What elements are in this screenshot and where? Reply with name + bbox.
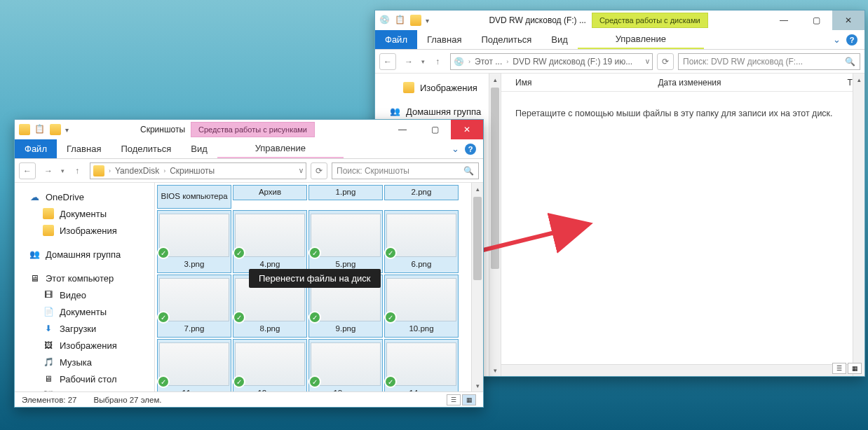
maximize-button[interactable]: ▢: [419, 120, 451, 139]
refresh-button[interactable]: ⟳: [311, 162, 327, 179]
sync-check-icon: ✓: [308, 311, 321, 324]
file-item[interactable]: ✓12.png: [233, 339, 307, 391]
titlebar[interactable]: 💿 📋 ▾ DVD RW дисковод (F:) ... Средства …: [375, 11, 864, 30]
view-switcher[interactable]: ☰▦: [832, 361, 864, 376]
desktop-icon: [43, 373, 54, 384]
tab-manage[interactable]: Управление: [217, 139, 344, 158]
context-tab-discs[interactable]: Средства работы с дисками: [592, 13, 708, 28]
maximize-button[interactable]: ▢: [800, 11, 832, 30]
sidebar-music[interactable]: Музыка: [60, 357, 92, 368]
nav-recent-icon[interactable]: ▾: [61, 167, 65, 174]
file-item[interactable]: ✓14.png: [384, 339, 459, 391]
breadcrumb-a[interactable]: YandexDisk: [115, 166, 159, 176]
tab-view[interactable]: Вид: [181, 139, 217, 158]
sidebar-thispc[interactable]: Этот компьютер: [46, 273, 114, 284]
refresh-button[interactable]: ⟳: [657, 53, 674, 70]
address-dropdown-icon[interactable]: v: [299, 167, 303, 174]
nav-up-button[interactable]: ↑: [429, 53, 446, 70]
address-bar[interactable]: 💿 › Этот ... › DVD RW дисковод (F:) 19 и…: [450, 53, 653, 70]
nav-back-button[interactable]: ←: [19, 162, 36, 179]
search-icon[interactable]: 🔍: [463, 166, 474, 176]
search-box[interactable]: Поиск: DVD RW дисковод (F:... 🔍: [678, 53, 860, 70]
explorer-window-screenshots[interactable]: 📋 ▾ Скриншоты Средства работы с рисункам…: [14, 119, 484, 408]
file-item[interactable]: BIOS компьютера: [157, 185, 231, 209]
tab-share[interactable]: Поделиться: [471, 30, 541, 49]
file-item[interactable]: ✓10.png: [384, 275, 459, 338]
sidebar-od-images[interactable]: Изображения: [60, 226, 117, 236]
view-details-icon[interactable]: ☰: [832, 363, 846, 374]
file-item[interactable]: 2.png: [384, 185, 459, 200]
tab-home[interactable]: Главная: [417, 30, 471, 49]
sidebar-yadisk[interactable]: Яндекс.Диск: [60, 391, 113, 392]
breadcrumb-path[interactable]: DVD RW дисковод (F:) 19 ию...: [513, 57, 632, 67]
sidebar-homegroup[interactable]: Домашняя группа: [46, 249, 121, 260]
tab-manage[interactable]: Управление: [578, 30, 704, 49]
sidebar-video[interactable]: Видео: [60, 290, 86, 300]
nav-back-button[interactable]: ←: [379, 53, 396, 70]
file-item[interactable]: 1.png: [308, 185, 383, 200]
content-pane[interactable]: Имя Дата изменения Тип Перетащите с помо…: [501, 74, 864, 376]
nav-pane[interactable]: OneDrive Документы Изображения Домашняя …: [15, 183, 155, 391]
minimize-button[interactable]: —: [768, 11, 800, 30]
col-date[interactable]: Дата изменения: [658, 78, 721, 88]
address-dropdown-icon[interactable]: v: [646, 57, 649, 65]
breadcrumb-b[interactable]: Скриншоты: [170, 166, 215, 176]
file-item[interactable]: ✓3.png: [157, 210, 231, 273]
sidebar-od-docs[interactable]: Документы: [60, 209, 107, 219]
view-thumbs-icon[interactable]: ▦: [462, 394, 476, 405]
search-box[interactable]: Поиск: Скриншоты 🔍: [332, 162, 479, 179]
close-button[interactable]: ✕: [832, 11, 864, 30]
v-scrollbar[interactable]: ▴▾: [471, 183, 483, 391]
help-icon[interactable]: ?: [846, 34, 857, 46]
tab-view[interactable]: Вид: [541, 30, 578, 49]
file-item[interactable]: ✓13.png: [308, 339, 383, 391]
tab-file[interactable]: Файл: [375, 30, 417, 49]
qat-copy-icon[interactable]: 📋: [34, 124, 46, 135]
sidebar-onedrive[interactable]: OneDrive: [46, 192, 84, 202]
file-item[interactable]: ✓4.png: [233, 210, 307, 273]
nav-fwd-button[interactable]: →: [400, 53, 417, 70]
titlebar[interactable]: 📋 ▾ Скриншоты Средства работы с рисункам…: [15, 120, 483, 139]
file-label: 8.png: [259, 321, 282, 337]
minimize-button[interactable]: —: [386, 120, 419, 139]
col-name[interactable]: Имя: [515, 78, 531, 88]
file-item[interactable]: ✓6.png: [384, 210, 459, 273]
ribbon-expand-icon[interactable]: ⌄: [833, 34, 841, 45]
file-item[interactable]: ✓7.png: [157, 275, 231, 338]
v-scrollbar[interactable]: ▴▾: [853, 74, 864, 376]
tab-file[interactable]: Файл: [15, 139, 57, 158]
thumbnail-image: ✓: [311, 342, 381, 386]
view-thumbs-icon[interactable]: ▦: [848, 363, 862, 374]
h-scrollbar[interactable]: [501, 364, 853, 376]
sync-check-icon: ✓: [384, 247, 397, 259]
download-icon: [43, 323, 54, 334]
file-item[interactable]: ✓5.png: [308, 210, 383, 273]
nav-recent-icon[interactable]: ▾: [421, 58, 425, 65]
column-headers[interactable]: Имя Дата изменения Тип: [501, 74, 864, 92]
breadcrumb-root[interactable]: Этот ...: [475, 57, 502, 67]
context-tab-pictures[interactable]: Средства работы с рисунками: [191, 122, 315, 137]
tab-share[interactable]: Поделиться: [111, 139, 181, 158]
nav-fwd-button[interactable]: →: [40, 162, 57, 179]
help-icon[interactable]: ?: [465, 144, 476, 155]
sidebar-homegroup[interactable]: Домашняя группа: [406, 106, 481, 117]
search-icon[interactable]: 🔍: [845, 57, 855, 67]
sidebar-images[interactable]: Изображения: [420, 83, 477, 93]
ribbon-expand-icon[interactable]: ⌄: [452, 144, 459, 154]
sidebar-images[interactable]: Изображения: [60, 340, 117, 351]
sidebar-docs[interactable]: Документы: [60, 307, 107, 317]
nav-up-button[interactable]: ↑: [69, 162, 86, 179]
status-selected: Выбрано 27 элем.: [93, 396, 161, 404]
tab-home[interactable]: Главная: [57, 139, 111, 158]
address-bar[interactable]: › YandexDisk › Скриншоты v: [90, 162, 306, 179]
view-details-icon[interactable]: ☰: [447, 394, 461, 405]
sidebar-desktop[interactable]: Рабочий стол: [60, 374, 117, 384]
close-button[interactable]: ✕: [451, 120, 483, 139]
view-switcher[interactable]: ☰▦: [447, 394, 476, 405]
folder-icon: [410, 15, 421, 26]
qat-copy-icon[interactable]: 📋: [395, 15, 406, 26]
sidebar-scrollbar[interactable]: ▴▾: [489, 74, 501, 376]
sidebar-downloads[interactable]: Загрузки: [60, 324, 96, 334]
file-item[interactable]: ✓11.png: [157, 339, 231, 391]
file-item[interactable]: Архив: [233, 185, 307, 200]
